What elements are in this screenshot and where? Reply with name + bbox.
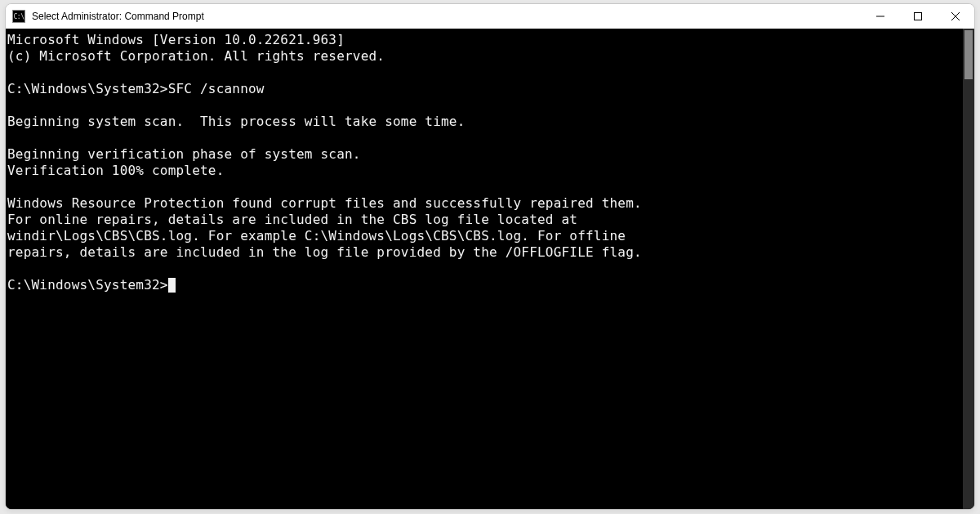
terminal-area: Microsoft Windows [Version 10.0.22621.96… — [6, 29, 974, 509]
terminal-lines: Microsoft Windows [Version 10.0.22621.96… — [7, 32, 642, 260]
command-prompt-window: C:\ Select Administrator: Command Prompt… — [5, 3, 975, 510]
close-button[interactable] — [937, 4, 974, 29]
scrollbar-thumb[interactable] — [964, 30, 973, 79]
terminal-output[interactable]: Microsoft Windows [Version 10.0.22621.96… — [6, 29, 963, 509]
maximize-button[interactable] — [899, 4, 937, 29]
window-title: Select Administrator: Command Prompt — [32, 11, 862, 22]
titlebar[interactable]: C:\ Select Administrator: Command Prompt — [6, 4, 974, 29]
prompt: C:\Windows\System32> — [7, 277, 168, 293]
window-controls — [862, 4, 974, 29]
maximize-icon — [914, 12, 922, 20]
minimize-icon — [876, 12, 884, 20]
minimize-button[interactable] — [862, 4, 899, 29]
close-icon — [951, 12, 960, 20]
app-icon: C:\ — [12, 10, 25, 23]
cursor — [168, 278, 176, 293]
svg-rect-1 — [915, 13, 922, 20]
vertical-scrollbar[interactable] — [963, 29, 974, 509]
